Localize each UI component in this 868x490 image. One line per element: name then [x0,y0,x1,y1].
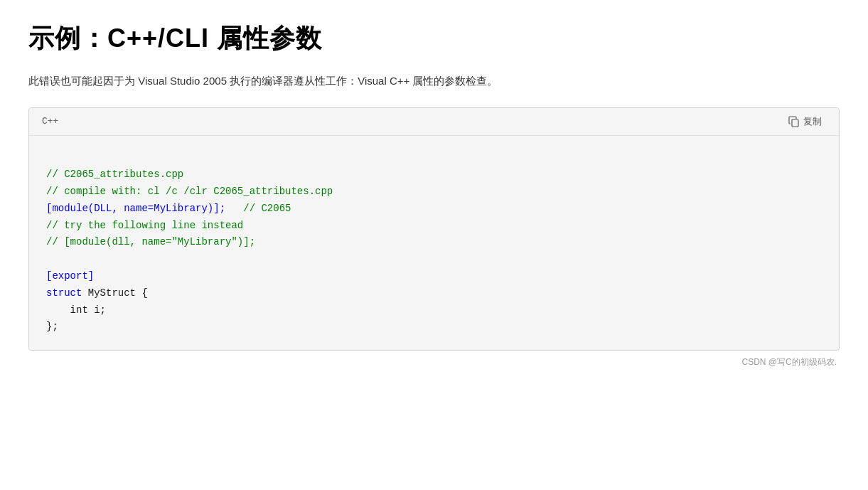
code-keyword-1: struct [46,287,88,299]
svg-rect-0 [792,119,798,127]
copy-button[interactable]: 复制 [784,114,826,129]
code-line-empty-1 [46,150,822,167]
code-line-6: [export] [46,268,822,285]
watermark: CSDN @写C的初级码农. [28,356,840,368]
code-line-3: [module(DLL, name=MyLibrary)]; // C2065 [46,201,822,218]
code-block-wrapper: C++ 复制 // C2065_attributes.cpp // compil… [28,107,840,351]
description-text: 此错误也可能起因于为 Visual Studio 2005 执行的编译器遵从性工… [28,72,810,90]
code-lang-label: C++ [42,116,58,127]
code-line-7: struct MyStruct { [46,285,822,302]
code-line-empty-2 [46,251,822,268]
code-comment-inline-1: // C2065 [225,203,291,214]
copy-icon [788,116,800,127]
code-line-5: // [module(dll, name="MyLibrary")]; [46,234,822,251]
code-normal-1: MyStruct { [88,287,148,299]
code-line-8: int i; [46,302,822,319]
code-line-1: // C2065_attributes.cpp [46,166,822,183]
code-content: // C2065_attributes.cpp // compile with:… [29,136,839,351]
copy-label: 复制 [803,115,822,128]
code-block-header: C++ 复制 [29,108,839,136]
page-title: 示例：C++/CLI 属性参数 [28,21,840,56]
code-line-4: // try the following line instead [46,218,822,235]
code-line-2: // compile with: cl /c /clr C2065_attrib… [46,183,822,201]
code-line-9: }; [46,319,822,336]
code-bracket-1: [module(DLL, name=MyLibrary)]; [46,203,225,214]
